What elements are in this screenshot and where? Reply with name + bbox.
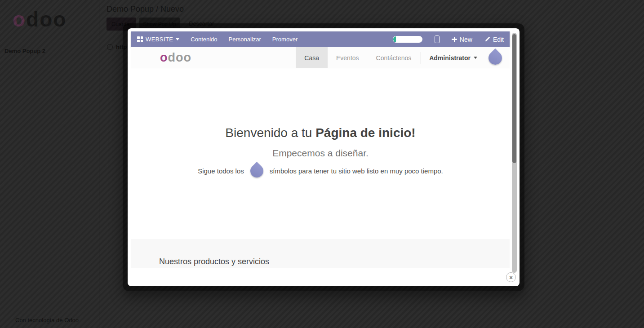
screen: odoo Demo Popup 2 Demo Popup / Nuevo Gua…	[0, 0, 644, 328]
toolbar-right: New Edit	[393, 35, 504, 43]
caret-down-icon	[474, 57, 477, 59]
logo-letter: o	[160, 51, 168, 64]
user-menu-label: Administrator	[429, 54, 471, 62]
nav-divider	[421, 52, 421, 64]
logo-letter: o	[13, 8, 26, 31]
products-services-section: Nuestros productos y servicios	[131, 239, 510, 268]
sidebar-record-name: Demo Popup 2	[4, 48, 45, 54]
powered-by-odoo: Con tecnología de Odoo	[15, 317, 79, 324]
sidebar-divider	[99, 0, 99, 328]
nav-item-eventos[interactable]: Eventos	[328, 47, 368, 68]
tip-text-after: símbolos para tener tu sitio web listo e…	[270, 167, 443, 175]
nav-item-casa[interactable]: Casa	[296, 47, 328, 68]
plus-icon	[452, 37, 457, 42]
logo-letters: doo	[26, 8, 67, 31]
website-builder-toolbar: WEBSITE Contenido Personalizar Promover …	[131, 31, 510, 47]
mobile-preview-icon[interactable]	[435, 35, 440, 43]
new-button[interactable]: New	[452, 36, 472, 43]
menu-contenido[interactable]: Contenido	[191, 36, 217, 43]
edit-button[interactable]: Edit	[484, 36, 504, 43]
edit-button-label: Edit	[493, 36, 504, 43]
nav-item-contactenos[interactable]: Contáctenos	[368, 47, 420, 68]
caret-down-icon	[176, 38, 179, 40]
title-bold: Página de inicio!	[315, 126, 415, 140]
site-logo[interactable]: odoo	[160, 51, 191, 65]
website-app-menu[interactable]: WEBSITE	[137, 36, 179, 43]
modal-frame: WEBSITE Contenido Personalizar Promover …	[123, 23, 524, 291]
progress-fill	[393, 36, 396, 42]
tip-text-before: Sigue todos los	[198, 167, 244, 175]
site-header: odoo Casa Eventos Contáctenos Administra…	[131, 47, 510, 68]
website-page-preview: odoo Casa Eventos Contáctenos Administra…	[131, 47, 510, 268]
apps-grid-icon	[137, 36, 143, 42]
app-menu-label: WEBSITE	[146, 36, 173, 43]
menu-personalizar[interactable]: Personalizar	[229, 36, 261, 43]
new-button-label: New	[460, 36, 472, 43]
logo-letters: doo	[168, 51, 191, 64]
hero-section: Bienvenido a tu Página de inicio! Empece…	[131, 68, 510, 239]
scrollbar-track[interactable]	[512, 33, 517, 273]
section-title: Nuestros productos y servicios	[159, 257, 510, 266]
tour-tip-line: Sigue todos los símbolos para tener tu s…	[131, 164, 510, 177]
close-icon: ×	[509, 275, 513, 280]
pencil-icon	[484, 36, 490, 42]
tour-drop-icon[interactable]	[486, 48, 505, 67]
odoo-backend-logo: odoo	[13, 7, 67, 31]
page-subtitle: Empecemos a diseñar.	[131, 148, 510, 159]
scrollbar-thumb[interactable]	[512, 34, 516, 163]
user-menu[interactable]: Administrator	[422, 47, 484, 68]
menu-promover[interactable]: Promover	[272, 36, 298, 43]
website-preview-modal: WEBSITE Contenido Personalizar Promover …	[128, 28, 520, 286]
close-button[interactable]: ×	[506, 272, 516, 282]
tour-drop-icon	[248, 162, 266, 180]
tour-progress-bar[interactable]	[393, 36, 422, 43]
site-nav: Casa Eventos Contáctenos Administrator	[296, 47, 510, 68]
breadcrumb: Demo Popup / Nuevo	[107, 4, 184, 14]
page-title: Bienvenido a tu Página de inicio!	[131, 126, 510, 140]
radio-icon	[107, 44, 113, 50]
title-regular: Bienvenido a tu	[225, 126, 312, 140]
